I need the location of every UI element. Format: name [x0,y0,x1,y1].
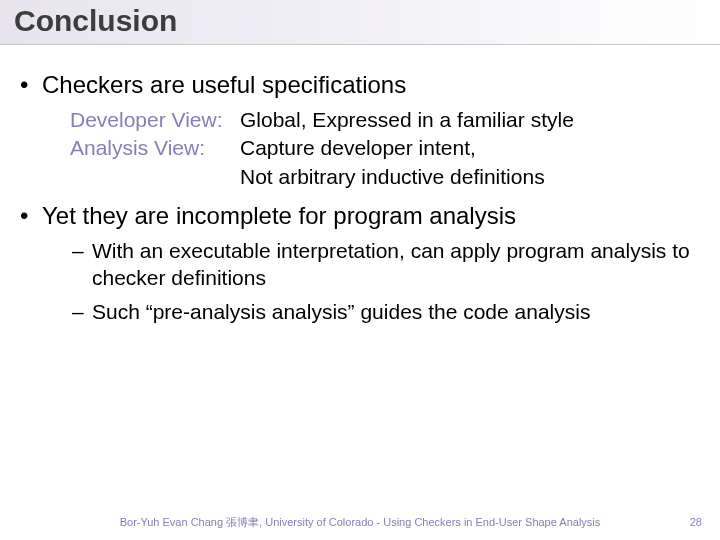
footer: Bor-Yuh Evan Chang 張博聿, University of Co… [0,515,720,530]
developer-view-desc: Global, Expressed in a familiar style [240,106,706,134]
developer-view-label: Developer View: [70,106,240,134]
sub-bullet-list: With an executable interpretation, can a… [70,237,706,325]
slide-body: Checkers are useful specifications Devel… [14,70,706,335]
sub-bullet-1: With an executable interpretation, can a… [70,237,706,292]
sub-bullet-2: Such “pre-analysis analysis” guides the … [70,298,706,325]
bullet-2: Yet they are incomplete for program anal… [14,201,706,325]
developer-view-row: Developer View: Global, Expressed in a f… [70,106,706,134]
analysis-view-desc-line2: Not arbitrary inductive definitions [240,163,706,191]
slide: Conclusion Checkers are useful specifica… [0,0,720,540]
analysis-view-desc: Capture developer intent, Not arbitrary … [240,134,706,191]
analysis-view-row: Analysis View: Capture developer intent,… [70,134,706,191]
title-region: Conclusion [0,0,720,45]
footer-text: Bor-Yuh Evan Chang 張博聿, University of Co… [48,515,672,530]
analysis-view-desc-line1: Capture developer intent, [240,134,706,162]
bullet-2-text: Yet they are incomplete for program anal… [42,202,516,229]
page-number: 28 [672,516,702,528]
bullet-1-text: Checkers are useful specifications [42,71,406,98]
views-block: Developer View: Global, Expressed in a f… [70,106,706,191]
slide-title: Conclusion [14,4,706,38]
analysis-view-label: Analysis View: [70,134,240,191]
bullet-1: Checkers are useful specifications Devel… [14,70,706,191]
bullet-list: Checkers are useful specifications Devel… [14,70,706,325]
